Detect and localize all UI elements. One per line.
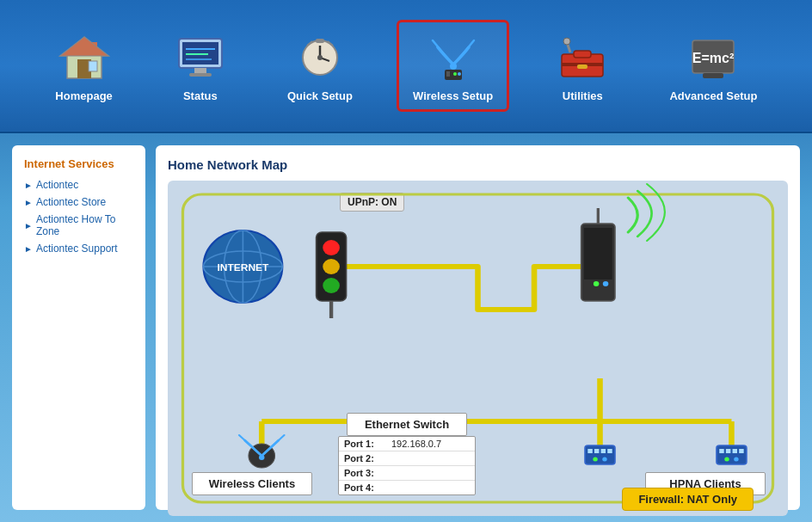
svg-rect-16 bbox=[316, 39, 324, 43]
port-row-1: Port 1: 192.168.0.7 bbox=[339, 437, 475, 451]
svg-point-53 bbox=[603, 281, 609, 286]
sidebar-title: Internet Services bbox=[24, 157, 133, 170]
network-map-svg: INTERNET bbox=[168, 181, 788, 516]
map-title: Home Network Map bbox=[168, 157, 788, 172]
utilities-icon bbox=[555, 29, 610, 84]
svg-point-70 bbox=[734, 458, 738, 462]
port-1-name: Port 1: bbox=[344, 439, 383, 449]
nav-item-homepage[interactable]: Homepage bbox=[41, 22, 127, 109]
svg-point-55 bbox=[249, 444, 275, 468]
svg-point-15 bbox=[317, 55, 323, 60]
wireless-clients-label: Wireless Clients bbox=[192, 472, 312, 495]
sidebar-item-actiontec[interactable]: ► Actiontec bbox=[24, 179, 133, 191]
nav-item-status[interactable]: Status bbox=[157, 22, 243, 109]
svg-rect-8 bbox=[189, 73, 212, 77]
homepage-icon bbox=[57, 29, 112, 84]
nav-label-wireless-setup: Wireless Setup bbox=[413, 89, 493, 102]
advanced-setup-icon: E=mc² bbox=[686, 29, 741, 84]
svg-rect-49 bbox=[329, 301, 333, 318]
sidebar-link-how-to[interactable]: Actiontec How To Zone bbox=[36, 213, 133, 237]
svg-point-22 bbox=[453, 72, 457, 76]
svg-rect-67 bbox=[733, 449, 737, 453]
svg-rect-50 bbox=[581, 224, 615, 301]
nav-item-utilities[interactable]: Utilities bbox=[539, 22, 625, 109]
nav-label-advanced-setup: Advanced Setup bbox=[669, 89, 757, 102]
main-content: Internet Services ► Actiontec ► Actionte… bbox=[0, 133, 812, 522]
svg-rect-68 bbox=[739, 449, 743, 453]
firewall-badge: Firewall: NAT Only bbox=[622, 488, 754, 511]
svg-text:E=mc²: E=mc² bbox=[692, 51, 734, 65]
svg-rect-7 bbox=[194, 68, 206, 73]
svg-point-19 bbox=[450, 63, 457, 70]
wireless-clients-box: Wireless Clients bbox=[192, 472, 312, 495]
svg-marker-4 bbox=[60, 37, 108, 56]
svg-point-47 bbox=[323, 259, 340, 274]
nav-item-advanced-setup[interactable]: E=mc² Advanced Setup bbox=[655, 22, 771, 109]
sidebar-item-actiontec-store[interactable]: ► Actiontec Store bbox=[24, 196, 133, 208]
sidebar-item-how-to[interactable]: ► Actiontec How To Zone bbox=[24, 213, 133, 237]
port-row-2: Port 2: bbox=[339, 451, 475, 466]
svg-point-52 bbox=[594, 281, 600, 286]
port-table: Port 1: 192.168.0.7 Port 2: Port 3: Port… bbox=[338, 436, 476, 495]
svg-point-48 bbox=[323, 278, 340, 293]
port-2-name: Port 2: bbox=[344, 453, 383, 464]
port-row-4: Port 4: bbox=[339, 481, 475, 494]
ethernet-switch-box: Ethernet Switch Port 1: 192.168.0.7 Port… bbox=[338, 413, 476, 495]
top-nav: Homepage Status bbox=[0, 0, 812, 133]
svg-point-39 bbox=[204, 230, 283, 303]
port-1-ip: 192.168.0.7 bbox=[391, 439, 441, 449]
svg-point-63 bbox=[602, 458, 606, 462]
status-icon bbox=[173, 29, 228, 84]
sidebar-link-actiontec-store[interactable]: Actiontec Store bbox=[36, 196, 106, 208]
svg-rect-21 bbox=[446, 71, 450, 77]
svg-point-41 bbox=[204, 251, 283, 282]
port-row-3: Port 3: bbox=[339, 466, 475, 481]
svg-point-40 bbox=[225, 230, 262, 303]
sidebar-item-support[interactable]: ► Actiontec Support bbox=[24, 243, 133, 255]
svg-point-46 bbox=[323, 240, 340, 255]
quick-setup-icon bbox=[292, 29, 348, 84]
svg-point-62 bbox=[593, 458, 597, 462]
nav-label-utilities: Utilities bbox=[563, 89, 603, 102]
arrow-icon: ► bbox=[24, 221, 33, 230]
arrow-icon: ► bbox=[24, 198, 33, 207]
svg-rect-38 bbox=[182, 194, 772, 502]
nav-label-homepage: Homepage bbox=[55, 89, 112, 102]
svg-rect-61 bbox=[607, 449, 612, 453]
svg-rect-57 bbox=[585, 445, 615, 464]
svg-text:INTERNET: INTERNET bbox=[217, 262, 268, 272]
arrow-icon: ► bbox=[24, 244, 33, 254]
svg-point-69 bbox=[724, 458, 729, 462]
svg-rect-65 bbox=[719, 449, 723, 453]
svg-rect-59 bbox=[594, 449, 599, 453]
svg-rect-64 bbox=[717, 445, 747, 464]
svg-rect-25 bbox=[574, 51, 591, 58]
port-4-name: Port 4: bbox=[344, 482, 383, 493]
svg-rect-66 bbox=[726, 449, 730, 453]
svg-rect-45 bbox=[317, 232, 347, 301]
nav-label-quick-setup: Quick Setup bbox=[287, 89, 353, 102]
map-panel: Home Network Map UPnP: ON bbox=[156, 145, 800, 510]
svg-point-23 bbox=[458, 72, 461, 76]
svg-rect-51 bbox=[584, 228, 612, 279]
wireless-setup-icon bbox=[426, 29, 481, 84]
svg-rect-58 bbox=[587, 449, 592, 453]
network-map: UPnP: ON bbox=[168, 181, 788, 516]
nav-item-quick-setup[interactable]: Quick Setup bbox=[274, 22, 366, 109]
svg-point-29 bbox=[563, 38, 570, 45]
svg-rect-32 bbox=[703, 73, 723, 78]
sidebar-link-support[interactable]: Actiontec Support bbox=[36, 243, 118, 255]
upnp-badge: UPnP: ON bbox=[340, 193, 404, 212]
nav-item-wireless-setup[interactable]: Wireless Setup bbox=[397, 20, 509, 112]
ethernet-switch-label: Ethernet Switch bbox=[347, 413, 467, 436]
svg-rect-60 bbox=[601, 449, 606, 453]
arrow-icon: ► bbox=[24, 181, 33, 190]
svg-rect-27 bbox=[577, 64, 587, 69]
svg-point-56 bbox=[259, 455, 265, 460]
port-3-name: Port 3: bbox=[344, 468, 383, 478]
nav-label-status: Status bbox=[183, 89, 218, 102]
svg-rect-2 bbox=[89, 61, 97, 71]
sidebar-link-actiontec[interactable]: Actiontec bbox=[36, 179, 78, 191]
sidebar: Internet Services ► Actiontec ► Actionte… bbox=[12, 145, 145, 510]
